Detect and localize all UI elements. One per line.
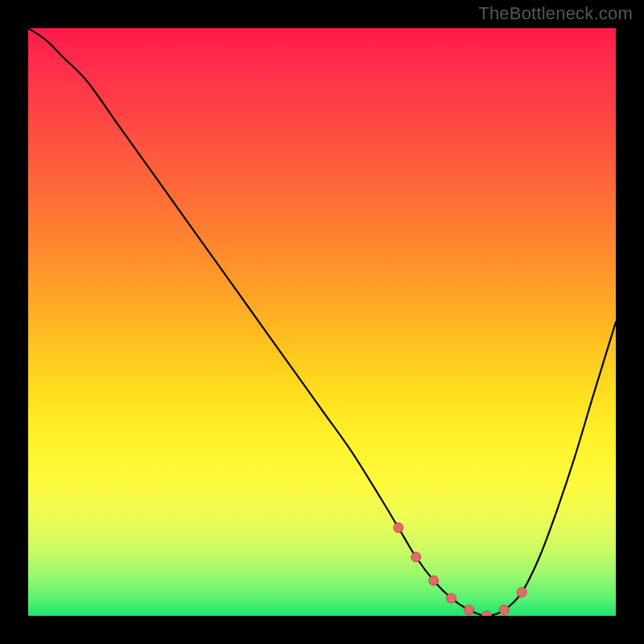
trough-marker — [429, 576, 439, 585]
bottleneck-curve-path — [28, 28, 616, 616]
trough-marker — [517, 588, 526, 597]
trough-marker — [411, 552, 421, 562]
trough-marker — [499, 605, 509, 615]
watermark-text: TheBottleneck.com — [478, 3, 633, 24]
trough-marker-group — [394, 523, 526, 617]
chart-frame: TheBottleneck.com — [0, 0, 644, 644]
trough-marker — [464, 605, 474, 615]
trough-marker — [447, 593, 456, 603]
trough-marker — [394, 523, 403, 533]
bottleneck-curve-svg — [28, 28, 616, 616]
trough-marker — [481, 611, 491, 616]
